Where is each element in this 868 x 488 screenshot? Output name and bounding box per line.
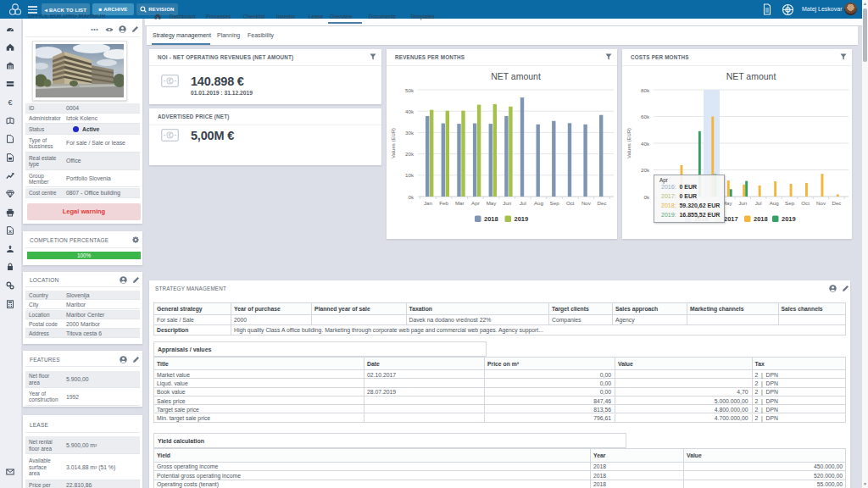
svg-text:40k: 40k	[641, 141, 650, 147]
svg-text:Values (EUR): Values (EUR)	[626, 128, 632, 158]
svg-text:2017: 2017	[724, 215, 738, 223]
svg-text:Oct: Oct	[801, 200, 810, 206]
svg-text:Dec: Dec	[598, 200, 607, 206]
svg-text:50k: 50k	[405, 87, 415, 93]
svg-text:20k: 20k	[641, 167, 650, 173]
svg-text:Jul: Jul	[520, 200, 526, 206]
svg-text:Oct: Oct	[566, 200, 575, 206]
svg-text:Sep: Sep	[785, 200, 795, 206]
svg-text:€: €	[8, 98, 12, 107]
svg-text:Sep: Sep	[550, 200, 560, 206]
svg-text:60k: 60k	[641, 114, 650, 119]
svg-text:€: €	[169, 78, 172, 84]
svg-text:Jun: Jun	[503, 200, 512, 206]
svg-text:Aug: Aug	[770, 200, 780, 206]
svg-text:NET amount: NET amount	[491, 71, 541, 81]
svg-text:Jun: Jun	[738, 200, 748, 206]
svg-text:Apr: Apr	[471, 200, 480, 206]
svg-text:2018: 2018	[484, 215, 498, 223]
svg-text:0k: 0k	[408, 194, 414, 200]
svg-text:20k: 20k	[405, 151, 415, 157]
svg-text:Nov: Nov	[816, 200, 826, 206]
svg-text:Values (EUR): Values (EUR)	[391, 128, 396, 158]
svg-text:Jul: Jul	[755, 200, 762, 206]
svg-text:€: €	[169, 132, 172, 138]
svg-text:80k: 80k	[641, 87, 650, 93]
svg-text:2019: 2019	[782, 215, 796, 223]
svg-text:NET amount: NET amount	[726, 71, 776, 81]
svg-text:10k: 10k	[405, 172, 415, 178]
svg-text:Aug: Aug	[534, 200, 544, 206]
svg-text:Feb: Feb	[439, 200, 448, 206]
svg-text:Dec: Dec	[832, 200, 841, 206]
svg-text:Nov: Nov	[581, 200, 592, 206]
svg-text:May: May	[487, 200, 498, 206]
svg-text:40k: 40k	[405, 108, 415, 114]
svg-text:Mar: Mar	[455, 200, 465, 206]
svg-text:0k: 0k	[643, 194, 649, 200]
svg-text:Jan: Jan	[424, 200, 433, 206]
svg-text:2018: 2018	[754, 215, 768, 223]
svg-text:30k: 30k	[405, 130, 415, 136]
svg-text:2019: 2019	[515, 215, 529, 223]
